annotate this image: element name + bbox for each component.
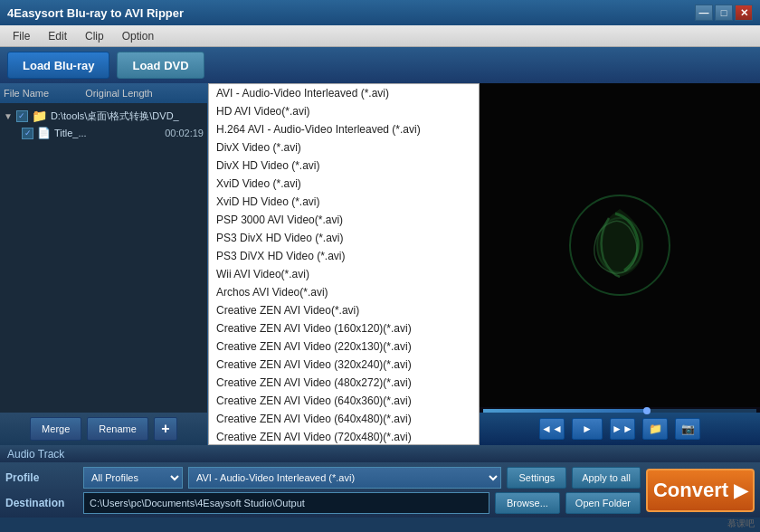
profile-label: Profile — [5, 471, 78, 484]
app-title: 4Easysort Blu-ray to AVI Ripper — [7, 6, 695, 20]
col-length: Original Length — [85, 88, 153, 99]
dropdown-item[interactable]: Creative ZEN AVI Video (320x240)(*.avi) — [209, 356, 479, 374]
dropdown-item[interactable]: AVI - Audio-Video Interleaved (*.avi) — [209, 84, 479, 102]
audio-track-row: Audio Track — [0, 445, 760, 463]
seek-bar[interactable] — [480, 407, 760, 413]
dropdown-item[interactable]: Archos AVI Video(*.avi) — [209, 283, 479, 301]
close-button[interactable]: ✕ — [735, 5, 753, 21]
destination-label: Destination — [5, 497, 78, 509]
dropdown-item[interactable]: PS3 DiVX HD Video (*.avi) — [209, 247, 479, 265]
menu-bar: File Edit Clip Option — [0, 25, 760, 47]
dropdown-item[interactable]: PS3 DivX HD Video (*.avi) — [209, 229, 479, 247]
dropdown-item[interactable]: Creative ZEN AVI Video (720x480)(*.avi) — [209, 428, 479, 445]
folder-checkbox[interactable]: ✓ — [16, 110, 28, 122]
dropdown-item[interactable]: Creative ZEN AVI Video (220x130)(*.avi) — [209, 337, 479, 356]
dropdown-item[interactable]: Wii AVI Video(*.avi) — [209, 265, 479, 283]
open-file-button[interactable]: 📁 — [642, 418, 668, 440]
file-icon: 📄 — [37, 127, 51, 139]
format-select[interactable]: AVI - Audio-Video Interleaved (*.avi) — [188, 467, 501, 489]
destination-row: Destination Browse... Open Folder — [5, 492, 641, 514]
profile-row: Profile All Profiles AVI - Audio-Video I… — [5, 467, 641, 489]
dropdown-item[interactable]: H.264 AVI - Audio-Video Interleaved (*.a… — [209, 120, 479, 138]
tree-file-row[interactable]: ✓ 📄 Title_... 00:02:19 — [4, 125, 204, 141]
bottom-bar: Profile All Profiles AVI - Audio-Video I… — [0, 463, 760, 518]
title-bar: 4Easysort Blu-ray to AVI Ripper — □ ✕ — [0, 0, 760, 25]
tree-folder-row[interactable]: ▼ ✓ 📁 D:\tools\桌面\格式转换\DVD_ — [4, 107, 204, 125]
menu-edit[interactable]: Edit — [39, 28, 76, 44]
format-dropdown-panel[interactable]: AVI - Audio-Video Interleaved (*.avi)HD … — [208, 83, 480, 445]
right-panel: ◄◄ ► ►► 📁 📷 — [480, 83, 760, 445]
video-logo — [565, 191, 674, 299]
dropdown-item[interactable]: XviD HD Video (*.avi) — [209, 193, 479, 211]
destination-input[interactable] — [83, 492, 489, 514]
convert-section: Convert ▶ — [646, 467, 755, 514]
apply-all-button[interactable]: Apply to all — [572, 467, 641, 489]
dropdown-item[interactable]: Creative ZEN AVI Video (640x480)(*.avi) — [209, 410, 479, 428]
profile-select[interactable]: All Profiles — [83, 467, 183, 489]
dropdown-item[interactable]: Creative ZEN AVI Video (480x272)(*.avi) — [209, 374, 479, 392]
open-folder-button[interactable]: Open Folder — [565, 492, 641, 514]
window-controls: — □ ✕ — [695, 5, 753, 21]
watermark: 慕课吧 — [727, 518, 755, 530]
rewind-button[interactable]: ◄◄ — [539, 418, 565, 440]
menu-file[interactable]: File — [4, 28, 39, 44]
dropdown-item[interactable]: Creative ZEN AVI Video (640x360)(*.avi) — [209, 392, 479, 410]
folder-label: D:\tools\桌面\格式转换\DVD_ — [51, 109, 204, 123]
browse-button[interactable]: Browse... — [495, 492, 560, 514]
convert-button[interactable]: Convert ▶ — [646, 469, 755, 512]
dropdown-item[interactable]: DivX Video (*.avi) — [209, 138, 479, 157]
menu-clip[interactable]: Clip — [76, 28, 113, 44]
merge-button[interactable]: Merge — [30, 417, 81, 441]
add-button[interactable]: + — [154, 417, 177, 441]
convert-arrow-icon: ▶ — [734, 480, 747, 501]
dropdown-item[interactable]: Creative ZEN AVI Video (160x120)(*.avi) — [209, 319, 479, 337]
main-content: File Name Original Length ▼ ✓ 📁 D:\tools… — [0, 83, 760, 445]
folder-icon: 📁 — [32, 109, 47, 123]
load-dvd-button[interactable]: Load DVD — [117, 52, 204, 79]
file-checkbox[interactable]: ✓ — [22, 128, 33, 139]
dropdown-item[interactable]: Creative ZEN AVI Video(*.avi) — [209, 301, 479, 319]
rename-button[interactable]: Rename — [87, 417, 148, 441]
play-button[interactable]: ► — [572, 418, 603, 440]
menu-option[interactable]: Option — [113, 28, 163, 44]
bottom-controls: Profile All Profiles AVI - Audio-Video I… — [5, 467, 641, 514]
toolbar: Load Blu-ray Load DVD — [0, 47, 760, 83]
left-panel: File Name Original Length ▼ ✓ 📁 D:\tools… — [0, 83, 208, 445]
dropdown-item[interactable]: PSP 3000 AVI Video(*.avi) — [209, 211, 479, 229]
dropdown-item[interactable]: XviD Video (*.avi) — [209, 175, 479, 193]
dropdown-item[interactable]: HD AVI Video(*.avi) — [209, 102, 479, 120]
snapshot-button[interactable]: 📷 — [675, 418, 700, 440]
load-bluray-button[interactable]: Load Blu-ray — [7, 52, 109, 79]
expand-icon: ▼ — [4, 111, 13, 121]
maximize-button[interactable]: □ — [715, 5, 733, 21]
col-filename: File Name — [4, 88, 49, 99]
video-controls: ◄◄ ► ►► 📁 📷 — [480, 413, 760, 445]
audio-track-label: Audio Track — [7, 448, 64, 461]
video-preview — [480, 83, 760, 407]
file-tree-header: File Name Original Length — [0, 83, 207, 103]
dropdown-item[interactable]: DivX HD Video (*.avi) — [209, 157, 479, 175]
file-duration: 00:02:19 — [165, 128, 204, 138]
file-label: Title_... — [54, 128, 161, 138]
minimize-button[interactable]: — — [695, 5, 713, 21]
forward-button[interactable]: ►► — [610, 418, 635, 440]
file-action-buttons: Merge Rename + — [0, 413, 207, 445]
settings-button[interactable]: Settings — [507, 467, 566, 489]
file-tree: ▼ ✓ 📁 D:\tools\桌面\格式转换\DVD_ ✓ 📄 Title_..… — [0, 103, 207, 413]
progress-fill — [483, 409, 647, 413]
